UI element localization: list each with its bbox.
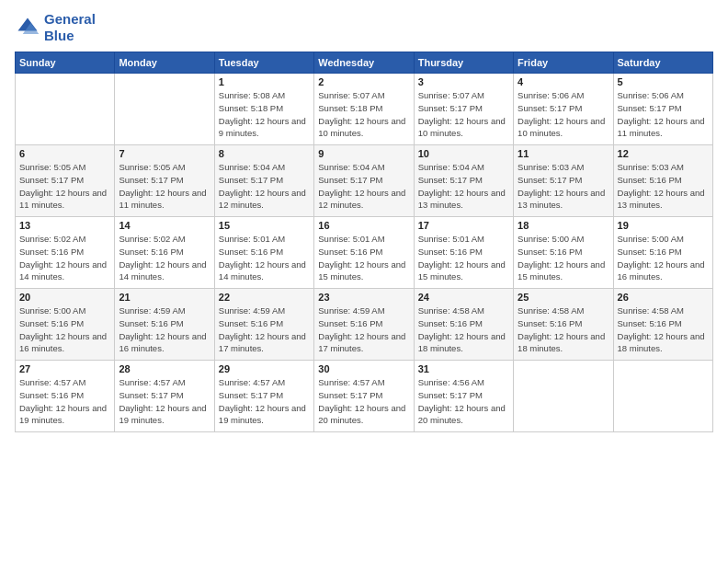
day-number: 10 [418, 148, 509, 159]
calendar-cell: 18Sunrise: 5:00 AMSunset: 5:16 PMDayligh… [514, 217, 613, 289]
day-number: 9 [318, 148, 409, 159]
calendar-week-5: 27Sunrise: 4:57 AMSunset: 5:16 PMDayligh… [16, 361, 713, 432]
day-detail: Sunrise: 5:07 AMSunset: 5:17 PMDaylight:… [418, 89, 509, 140]
calendar-cell: 12Sunrise: 5:03 AMSunset: 5:16 PMDayligh… [613, 145, 712, 217]
day-detail: Sunrise: 5:03 AMSunset: 5:16 PMDaylight:… [618, 161, 709, 212]
calendar-cell: 5Sunrise: 5:06 AMSunset: 5:17 PMDaylight… [613, 74, 712, 145]
day-header-thursday: Thursday [414, 52, 513, 74]
day-number: 25 [518, 292, 609, 303]
day-number: 29 [219, 363, 310, 374]
calendar-header-row: SundayMondayTuesdayWednesdayThursdayFrid… [16, 52, 713, 74]
logo-icon [15, 15, 40, 40]
day-detail: Sunrise: 4:59 AMSunset: 5:16 PMDaylight:… [318, 304, 409, 355]
day-detail: Sunrise: 5:08 AMSunset: 5:18 PMDaylight:… [219, 89, 310, 140]
calendar-cell: 10Sunrise: 5:04 AMSunset: 5:17 PMDayligh… [414, 145, 513, 217]
calendar-page: General Blue SundayMondayTuesdayWednesda… [0, 0, 728, 563]
day-detail: Sunrise: 5:06 AMSunset: 5:17 PMDaylight:… [518, 89, 609, 140]
day-detail: Sunrise: 5:00 AMSunset: 5:16 PMDaylight:… [618, 233, 709, 283]
calendar-cell: 22Sunrise: 4:59 AMSunset: 5:16 PMDayligh… [214, 289, 313, 361]
day-number: 13 [19, 220, 110, 231]
day-detail: Sunrise: 5:03 AMSunset: 5:17 PMDaylight:… [518, 161, 609, 212]
day-detail: Sunrise: 5:01 AMSunset: 5:16 PMDaylight:… [418, 233, 509, 283]
calendar-table: SundayMondayTuesdayWednesdayThursdayFrid… [15, 52, 713, 432]
day-detail: Sunrise: 5:01 AMSunset: 5:16 PMDaylight:… [318, 233, 409, 283]
day-detail: Sunrise: 5:00 AMSunset: 5:16 PMDaylight:… [19, 304, 110, 355]
calendar-cell: 9Sunrise: 5:04 AMSunset: 5:17 PMDaylight… [314, 145, 414, 217]
day-detail: Sunrise: 5:06 AMSunset: 5:17 PMDaylight:… [618, 89, 709, 140]
calendar-cell: 6Sunrise: 5:05 AMSunset: 5:17 PMDaylight… [16, 145, 115, 217]
calendar-cell: 30Sunrise: 4:57 AMSunset: 5:17 PMDayligh… [314, 361, 414, 432]
calendar-cell: 11Sunrise: 5:03 AMSunset: 5:17 PMDayligh… [514, 145, 613, 217]
calendar-cell: 13Sunrise: 5:02 AMSunset: 5:16 PMDayligh… [16, 217, 115, 289]
day-number: 12 [618, 148, 709, 159]
day-detail: Sunrise: 5:02 AMSunset: 5:16 PMDaylight:… [19, 233, 110, 283]
calendar-cell [115, 74, 214, 145]
day-detail: Sunrise: 5:04 AMSunset: 5:17 PMDaylight:… [219, 161, 310, 212]
calendar-cell: 26Sunrise: 4:58 AMSunset: 5:16 PMDayligh… [613, 289, 712, 361]
day-header-monday: Monday [115, 52, 214, 74]
calendar-cell: 28Sunrise: 4:57 AMSunset: 5:17 PMDayligh… [115, 361, 214, 432]
day-detail: Sunrise: 4:58 AMSunset: 5:16 PMDaylight:… [618, 304, 709, 355]
calendar-week-2: 6Sunrise: 5:05 AMSunset: 5:17 PMDaylight… [16, 145, 713, 217]
day-number: 7 [119, 148, 210, 159]
day-detail: Sunrise: 4:59 AMSunset: 5:16 PMDaylight:… [219, 304, 310, 355]
day-number: 2 [318, 76, 409, 87]
day-detail: Sunrise: 4:58 AMSunset: 5:16 PMDaylight:… [518, 304, 609, 355]
calendar-cell: 4Sunrise: 5:06 AMSunset: 5:17 PMDaylight… [514, 74, 613, 145]
day-detail: Sunrise: 5:04 AMSunset: 5:17 PMDaylight:… [418, 161, 509, 212]
header: General Blue [15, 11, 713, 44]
calendar-cell: 19Sunrise: 5:00 AMSunset: 5:16 PMDayligh… [613, 217, 712, 289]
calendar-cell [514, 361, 613, 432]
calendar-cell [613, 361, 712, 432]
calendar-cell: 15Sunrise: 5:01 AMSunset: 5:16 PMDayligh… [214, 217, 313, 289]
day-number: 1 [219, 76, 310, 87]
day-number: 21 [119, 292, 210, 303]
calendar-cell [16, 74, 115, 145]
day-number: 30 [318, 363, 409, 374]
day-detail: Sunrise: 4:57 AMSunset: 5:17 PMDaylight:… [119, 376, 210, 427]
calendar-cell: 31Sunrise: 4:56 AMSunset: 5:17 PMDayligh… [414, 361, 513, 432]
day-detail: Sunrise: 5:07 AMSunset: 5:18 PMDaylight:… [318, 89, 409, 140]
day-detail: Sunrise: 4:59 AMSunset: 5:16 PMDaylight:… [119, 304, 210, 355]
day-number: 27 [19, 363, 110, 374]
calendar-cell: 25Sunrise: 4:58 AMSunset: 5:16 PMDayligh… [514, 289, 613, 361]
day-detail: Sunrise: 5:01 AMSunset: 5:16 PMDaylight:… [219, 233, 310, 283]
logo: General Blue [15, 11, 96, 44]
calendar-cell: 21Sunrise: 4:59 AMSunset: 5:16 PMDayligh… [115, 289, 214, 361]
calendar-cell: 16Sunrise: 5:01 AMSunset: 5:16 PMDayligh… [314, 217, 414, 289]
calendar-cell: 2Sunrise: 5:07 AMSunset: 5:18 PMDaylight… [314, 74, 414, 145]
day-detail: Sunrise: 5:05 AMSunset: 5:17 PMDaylight:… [119, 161, 210, 212]
day-number: 31 [418, 363, 509, 374]
calendar-cell: 14Sunrise: 5:02 AMSunset: 5:16 PMDayligh… [115, 217, 214, 289]
day-number: 14 [119, 220, 210, 231]
logo-text: General Blue [44, 11, 96, 44]
day-number: 18 [518, 220, 609, 231]
day-number: 5 [618, 76, 709, 87]
calendar-week-3: 13Sunrise: 5:02 AMSunset: 5:16 PMDayligh… [16, 217, 713, 289]
calendar-cell: 17Sunrise: 5:01 AMSunset: 5:16 PMDayligh… [414, 217, 513, 289]
day-number: 4 [518, 76, 609, 87]
day-detail: Sunrise: 4:58 AMSunset: 5:16 PMDaylight:… [418, 304, 509, 355]
day-number: 24 [418, 292, 509, 303]
day-number: 15 [219, 220, 310, 231]
calendar-cell: 23Sunrise: 4:59 AMSunset: 5:16 PMDayligh… [314, 289, 414, 361]
day-number: 23 [318, 292, 409, 303]
day-number: 8 [219, 148, 310, 159]
day-detail: Sunrise: 5:04 AMSunset: 5:17 PMDaylight:… [318, 161, 409, 212]
day-detail: Sunrise: 4:56 AMSunset: 5:17 PMDaylight:… [418, 376, 509, 427]
calendar-cell: 29Sunrise: 4:57 AMSunset: 5:17 PMDayligh… [214, 361, 313, 432]
calendar-cell: 1Sunrise: 5:08 AMSunset: 5:18 PMDaylight… [214, 74, 313, 145]
calendar-cell: 8Sunrise: 5:04 AMSunset: 5:17 PMDaylight… [214, 145, 313, 217]
day-number: 19 [618, 220, 709, 231]
day-detail: Sunrise: 4:57 AMSunset: 5:17 PMDaylight:… [219, 376, 310, 427]
day-header-saturday: Saturday [613, 52, 712, 74]
day-detail: Sunrise: 5:00 AMSunset: 5:16 PMDaylight:… [518, 233, 609, 283]
day-header-wednesday: Wednesday [314, 52, 414, 74]
calendar-cell: 7Sunrise: 5:05 AMSunset: 5:17 PMDaylight… [115, 145, 214, 217]
day-header-friday: Friday [514, 52, 613, 74]
day-detail: Sunrise: 5:02 AMSunset: 5:16 PMDaylight:… [119, 233, 210, 283]
calendar-cell: 24Sunrise: 4:58 AMSunset: 5:16 PMDayligh… [414, 289, 513, 361]
calendar-cell: 20Sunrise: 5:00 AMSunset: 5:16 PMDayligh… [16, 289, 115, 361]
day-number: 22 [219, 292, 310, 303]
day-number: 26 [618, 292, 709, 303]
